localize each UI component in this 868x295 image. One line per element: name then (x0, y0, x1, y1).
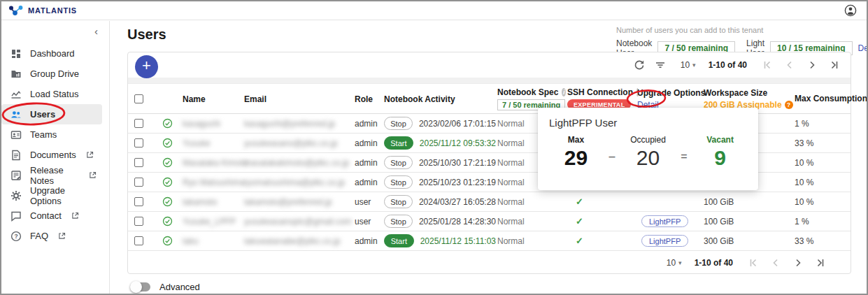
col-name: Name (183, 94, 243, 104)
first-page-button[interactable] (744, 254, 762, 271)
status-ok-icon (162, 118, 173, 129)
row-checkbox[interactable] (134, 178, 143, 187)
col-ssh-connection: SSH Connection (567, 87, 633, 97)
last-page-button[interactable] (825, 57, 844, 73)
brand-logo: MATLANTIS (8, 5, 77, 16)
tenant-detail-link[interactable]: Detail (858, 43, 868, 53)
role-value: admin (353, 158, 383, 168)
notebook-spec-value: Normal (497, 197, 525, 207)
sidebar-item-faq[interactable]: ? FAQ (1, 226, 102, 246)
ssh-check-icon: ✓ (576, 236, 583, 246)
first-page-button[interactable] (758, 57, 776, 73)
notebook-activity-button[interactable]: Stop (384, 215, 413, 228)
max-consumption-value: 1 % (793, 119, 851, 129)
user-name-redacted: kasaguchi (183, 119, 220, 129)
notebook-spec-value: Normal (497, 178, 525, 187)
advanced-toggle[interactable] (131, 282, 150, 292)
user-email-redacted: ryomatsushima@ptkc.co.jp (244, 178, 345, 187)
page-size-select[interactable]: 10▾ (681, 60, 696, 70)
activity-timestamp: 2025/10/30 17:21:19 (419, 158, 496, 168)
external-link-icon (58, 232, 66, 240)
user-email-redacted: takuwatanabe@ptkc.co.jp (244, 236, 341, 246)
sidebar-item-dashboard[interactable]: Dashboard (1, 43, 102, 64)
advanced-toggle-row: Advanced (131, 282, 200, 292)
notebook-activity-button[interactable]: Start (384, 136, 413, 150)
pagination-controls (758, 57, 844, 73)
line-chart-icon (10, 89, 22, 100)
lightpfp-user-popup: LightPFP User Max 29 – Occupied 20 = Vac… (538, 108, 758, 190)
app-window: MATLANTIS ‹ Dashboard Group Drive Load S… (0, 0, 868, 295)
vacant-value: 9 (693, 147, 747, 169)
add-user-button[interactable]: + (135, 55, 158, 78)
row-checkbox[interactable] (134, 197, 143, 206)
notebook-activity-button[interactable]: Stop (384, 175, 413, 189)
page-size-select[interactable]: 10▾ (667, 258, 682, 268)
notebook-spec-value: Normal (497, 158, 525, 168)
ssh-check-icon: ✓ (576, 216, 583, 226)
select-all-checkbox[interactable] (134, 94, 143, 103)
prev-page-button[interactable] (781, 57, 799, 73)
last-page-button[interactable] (811, 254, 830, 271)
filter-icon[interactable] (650, 57, 671, 73)
sidebar-item-documents[interactable]: Documents (1, 145, 102, 165)
help-icon[interactable]: ? (785, 101, 793, 109)
sidebar-item-load-status[interactable]: Load Status (1, 84, 102, 104)
workspace-size-value: 100 GiB (702, 197, 793, 207)
sidebar-item-teams[interactable]: Teams (1, 124, 102, 145)
notebook-spec-value: Normal (497, 236, 525, 246)
sidebar-item-label: FAQ (30, 231, 48, 241)
max-consumption-value: 10 % (793, 158, 851, 168)
dashboard-icon (10, 48, 22, 59)
role-value: admin (353, 119, 383, 129)
external-link-icon (71, 212, 79, 220)
row-checkbox[interactable] (134, 217, 143, 226)
role-value: admin (353, 138, 383, 148)
col-role: Role (355, 94, 383, 104)
next-page-button[interactable] (803, 57, 821, 73)
minus-operator: – (603, 150, 621, 169)
row-checkbox[interactable] (134, 138, 143, 148)
chevron-down-icon: ▾ (678, 259, 682, 266)
notebook-activity-button[interactable]: Stop (384, 156, 413, 169)
col-max-consumption: Max Consumption (795, 94, 867, 103)
lightpfp-chip[interactable]: LightPFP (641, 215, 688, 227)
sidebar-item-group-drive[interactable]: Group Drive (1, 64, 102, 84)
role-value: user (353, 217, 383, 226)
chevron-down-icon: ▾ (692, 62, 696, 69)
row-checkbox[interactable] (134, 236, 143, 245)
workspace-size-value: 100 GiB (702, 217, 793, 226)
sidebar-item-upgrade-options[interactable]: Upgrade Options (1, 185, 102, 206)
table-row: takamoto takamoto@prefenred.jp user Stop… (128, 192, 851, 212)
prev-page-button[interactable] (767, 254, 785, 271)
account-avatar-icon[interactable] (844, 4, 857, 17)
role-value: admin (353, 178, 383, 187)
notebook-spec-value: Normal (497, 138, 525, 148)
sidebar-item-release-notes[interactable]: Release Notes (1, 165, 102, 185)
row-checkbox[interactable] (134, 119, 143, 128)
user-email-redacted: takamoto@prefenred.jp (244, 197, 332, 207)
notebook-activity-button[interactable]: Start (384, 234, 414, 247)
col-email: Email (244, 94, 353, 104)
role-value: user (353, 197, 383, 207)
status-ok-icon (162, 216, 173, 226)
refresh-icon[interactable] (629, 57, 650, 73)
next-page-button[interactable] (789, 254, 807, 271)
activity-timestamp: 2025/11/12 15:11:03 (420, 236, 496, 246)
lightpfp-chip[interactable]: LightPFP (641, 235, 688, 247)
sidebar-item-label: Documents (30, 150, 76, 160)
notebook-activity-button[interactable]: Stop (384, 195, 413, 208)
sidebar-item-contact[interactable]: Contact (1, 206, 102, 226)
status-ok-icon (162, 157, 173, 168)
toolbar-divider (128, 78, 851, 84)
activity-timestamp: 2024/03/27 16:05:28 (419, 197, 496, 207)
sidebar-item-users[interactable]: Users (1, 104, 102, 124)
status-ok-icon (162, 138, 173, 148)
page-title: Users (127, 27, 166, 43)
external-link-icon (86, 151, 94, 159)
notebook-activity-button[interactable]: Stop (384, 117, 413, 130)
col-notebook-spec: Notebook Spec (497, 87, 558, 97)
user-email-redacted: yusukeasano@ptkc.co.jp (244, 138, 338, 148)
row-checkbox[interactable] (134, 158, 143, 167)
teams-icon (10, 129, 22, 141)
sidebar-collapse-button[interactable]: ‹ (1, 21, 109, 36)
